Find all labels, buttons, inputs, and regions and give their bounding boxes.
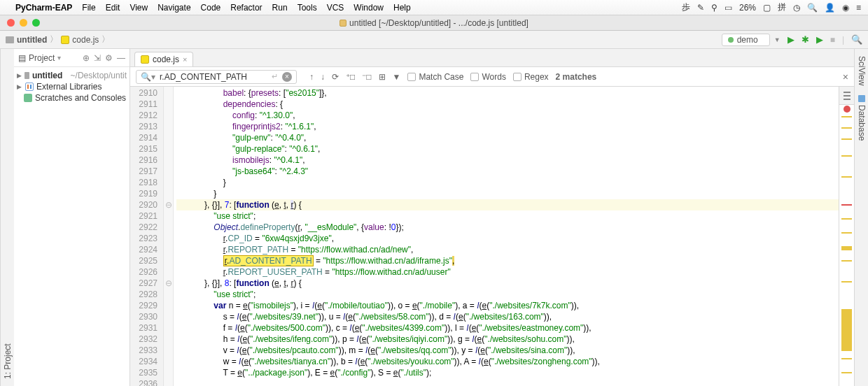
siri-icon[interactable]: ◉ [842,3,849,13]
collapse-all-icon[interactable]: ⇲ [94,53,101,63]
menu-vcs[interactable]: VCS [327,3,344,13]
editor-marker-strip [839,87,854,386]
menu-help[interactable]: Help [393,3,411,13]
macos-menubar: PyCharm-EAP File Edit View Navigate Code… [0,0,868,15]
run-config-dropdown-icon[interactable]: ▼ [774,36,780,43]
menu-file[interactable]: File [82,3,95,13]
navigation-bar: untitled 〉 code.js 〉 demo ▼ ▶ ✱ ▶ ■ | 🔍 [0,31,868,49]
run-config-name: demo [737,35,758,45]
breadcrumb-separator: 〉 [50,34,58,45]
library-icon [25,83,34,91]
search-icon: 🔍▾ [141,72,155,82]
editor-area: code.js × 🔍▾ ↵ × ↑ ↓ ⟳ ⁺□ ⁻□ ⊞ ▼ Match C… [130,49,854,386]
prev-match-icon[interactable]: ↑ [309,72,314,82]
js-file-icon [141,55,149,64]
words-checkbox[interactable]: Words [470,72,505,82]
match-case-checkbox[interactable]: Match Case [407,72,463,82]
scratch-icon [24,94,32,102]
find-input[interactable] [160,72,267,82]
left-tool-window-bar[interactable]: 1: Project [0,49,14,386]
js-file-icon [61,36,69,44]
fold-gutter[interactable]: ⊖⊖ [164,87,174,386]
run-button[interactable]: ▶ [788,34,794,45]
app-name[interactable]: PyCharm-EAP [15,3,72,13]
tree-scratches[interactable]: Scratches and Consoles [14,92,130,103]
select-all-icon[interactable]: ⟳ [332,72,339,82]
run-config-status-icon [728,37,734,43]
menu-refactor[interactable]: Refactor [230,3,262,13]
wifi-icon[interactable]: ⚲ [711,3,718,13]
battery-icon[interactable]: ▢ [763,3,771,13]
folder-icon [24,72,29,79]
debug-button[interactable]: ✱ [802,34,809,45]
add-selection-icon[interactable]: ⁺□ [346,72,355,82]
project-panel-title[interactable]: ▤ Project ▾ [18,53,61,63]
menu-run[interactable]: Run [272,3,288,13]
input-method-icon[interactable]: 拼 [778,1,786,13]
hide-panel-icon[interactable]: — [117,53,125,63]
breadcrumb[interactable]: untitled 〉 code.js 〉 [6,34,110,45]
right-tool-window-bar[interactable]: SciView Database [854,49,868,386]
display-icon[interactable]: ▭ [724,3,732,13]
search-everywhere-button[interactable]: 🔍 [851,34,862,45]
match-count: 2 matches [556,72,597,82]
next-match-icon[interactable]: ↓ [321,72,325,82]
tree-external-libs[interactable]: ▶ External Libraries [14,81,130,92]
coverage-button[interactable]: ▶ [816,34,823,45]
select-occurrences-icon[interactable]: ⊞ [379,72,386,82]
menu-edit[interactable]: Edit [106,3,120,13]
regex-checkbox[interactable]: Regex [513,72,549,82]
scroll-from-source-icon[interactable]: ⊕ [83,53,90,63]
tree-root[interactable]: ▶ untitled ~/Desktop/untit [14,70,130,81]
tool-tab-sciview[interactable]: SciView [855,53,868,88]
tab-label: code.js [153,55,179,64]
run-config-selector[interactable]: demo [722,34,770,46]
menu-window[interactable]: Window [354,3,384,13]
editor-tab-code-js[interactable]: code.js × [134,52,193,66]
menu-tools[interactable]: Tools [298,3,317,13]
clock-icon[interactable]: ◷ [793,3,800,13]
code-editor[interactable]: babel: {presets: ["es2015"]}, dependenci… [174,87,839,386]
line-number-gutter[interactable]: 2910291129122913291429152916291729182919… [130,87,164,386]
breadcrumb-separator: 〉 [102,34,110,45]
file-icon [340,20,346,27]
marker-strip-menu-icon[interactable] [839,87,854,105]
menu-navigate[interactable]: Navigate [158,3,190,13]
window-titlebar: untitled [~/Desktop/untitled] - .../code… [0,15,868,31]
editor-tabs: code.js × [130,49,854,67]
find-bar: 🔍▾ ↵ × ↑ ↓ ⟳ ⁺□ ⁻□ ⊞ ▼ Match Case Words … [130,67,854,87]
remove-selection-icon[interactable]: ⁻□ [362,72,371,82]
close-tab-icon[interactable]: × [183,55,187,64]
newline-icon[interactable]: ↵ [272,72,278,81]
menu-view[interactable]: View [130,3,148,13]
divider: | [842,35,844,45]
folder-icon [6,36,14,43]
spotlight-icon[interactable]: 🔍 [807,3,818,13]
stop-button[interactable]: ■ [830,35,835,45]
bluetooth-icon[interactable]: 歩 [682,1,690,13]
breadcrumb-root[interactable]: untitled [17,35,47,45]
close-find-bar-icon[interactable]: × [843,71,848,83]
notification-center-icon[interactable]: ≡ [856,3,861,13]
breadcrumb-file[interactable]: code.js [72,35,99,45]
pencil-icon[interactable]: ✎ [697,3,704,13]
project-tool-window: ▤ Project ▾ ⊕ ⇲ ⚙ — ▶ untitled ~/Desktop… [14,49,130,386]
clear-search-icon[interactable]: × [282,72,292,82]
tool-tab-database[interactable]: Database [855,92,868,143]
settings-icon[interactable]: ⚙ [105,53,113,63]
project-tree[interactable]: ▶ untitled ~/Desktop/untit ▶ External Li… [14,67,130,106]
find-input-wrapper[interactable]: 🔍▾ ↵ × [136,70,297,84]
battery-percent[interactable]: 26% [739,3,756,13]
user-icon[interactable]: 👤 [825,3,835,13]
tool-tab-project[interactable]: 1: Project [1,341,14,382]
analysis-status-icon[interactable] [839,105,854,113]
menu-code[interactable]: Code [201,3,221,13]
database-icon [858,95,865,102]
window-title: untitled [~/Desktop/untitled] - .../code… [0,18,868,28]
filter-icon[interactable]: ▼ [393,72,401,82]
